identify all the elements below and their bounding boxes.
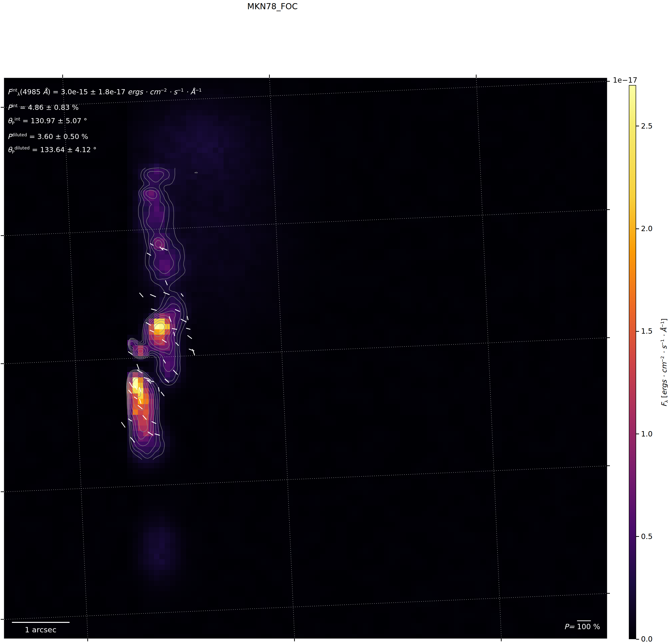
- wcs-grid-tick: [1, 363, 4, 364]
- annotation-pint-line: Pint = 4.86 ± 0.83 %: [7, 100, 202, 113]
- wcs-grid-tick: [607, 593, 610, 594]
- wcs-grid-tick: [1, 107, 4, 108]
- annotation-thetaint-line: θPint = 130.97 ± 5.07 °: [7, 113, 202, 129]
- annotation-thetadiluted-line: θPdiluted = 133.64 ± 4.12 °: [7, 142, 202, 158]
- wcs-grid-tick: [1, 619, 4, 620]
- scalebar-label: 1 arcsec: [12, 625, 70, 634]
- annotation-pdiluted-line: Pdiluted = 3.60 ± 0.50 %: [7, 129, 202, 142]
- flux-map-axes: Fintλ(4985 Å) = 3.0e-15 ± 1.8e-17 ergs ·…: [4, 78, 607, 639]
- scalebar-line: [12, 622, 70, 623]
- colorbar-tick: [636, 536, 639, 537]
- colorbar-tick-label: 0.5: [641, 532, 653, 541]
- colorbar-tick-label: 2.5: [641, 122, 653, 130]
- flux-map-canvas: [4, 78, 607, 639]
- colorbar-tick-label: 0.0: [641, 635, 653, 644]
- wcs-grid-tick: [1, 491, 4, 492]
- wcs-grid-tick: [501, 638, 502, 641]
- colorbar-tick-label: 1.0: [641, 430, 653, 438]
- polarization-scale-reference: P= 100 %: [527, 622, 600, 631]
- wcs-grid-tick: [87, 638, 88, 641]
- colorbar-tick-label: 2.0: [641, 224, 653, 233]
- colorbar: [629, 85, 636, 639]
- wcs-grid-tick: [62, 75, 63, 78]
- wcs-grid-tick: [269, 75, 270, 78]
- wcs-grid-tick: [476, 75, 476, 78]
- wcs-grid-tick: [607, 209, 610, 210]
- colorbar-offset-label: 1e−17: [589, 76, 637, 84]
- colorbar-tick: [636, 639, 639, 640]
- polar-ref-prefix: P=: [564, 622, 575, 631]
- plot-title: MKN78_FOC: [199, 1, 346, 11]
- colorbar-tick: [636, 229, 639, 229]
- annotation-flux-line: Fintλ(4985 Å) = 3.0e-15 ± 1.8e-17 ergs ·…: [7, 84, 202, 100]
- wcs-grid-tick: [1, 235, 4, 236]
- colorbar-axis-label: Fλ [ergs · cm−2 · s−1 · Å−1]: [660, 285, 668, 440]
- colorbar-tick: [636, 434, 639, 434]
- polar-ref-value: 100: [577, 621, 591, 631]
- colorbar-tick: [636, 331, 639, 332]
- wcs-grid-tick: [607, 466, 610, 466]
- polar-ref-suffix: %: [593, 622, 600, 631]
- wcs-grid-tick: [294, 638, 295, 641]
- measurements-annotation: Fintλ(4985 Å) = 3.0e-15 ± 1.8e-17 ergs ·…: [7, 84, 202, 158]
- colorbar-tick-label: 1.5: [641, 327, 653, 335]
- wcs-grid-tick: [607, 337, 610, 338]
- colorbar-tick: [636, 126, 639, 126]
- figure: MKN78_FOC Fintλ(4985 Å) = 3.0e-15 ± 1.8e…: [0, 0, 668, 644]
